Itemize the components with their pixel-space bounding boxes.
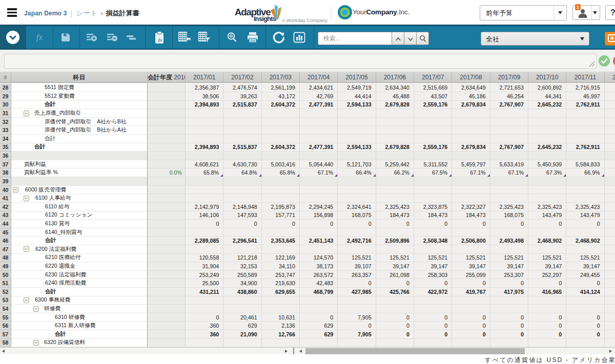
svg-text:fx: fx <box>158 37 162 42</box>
